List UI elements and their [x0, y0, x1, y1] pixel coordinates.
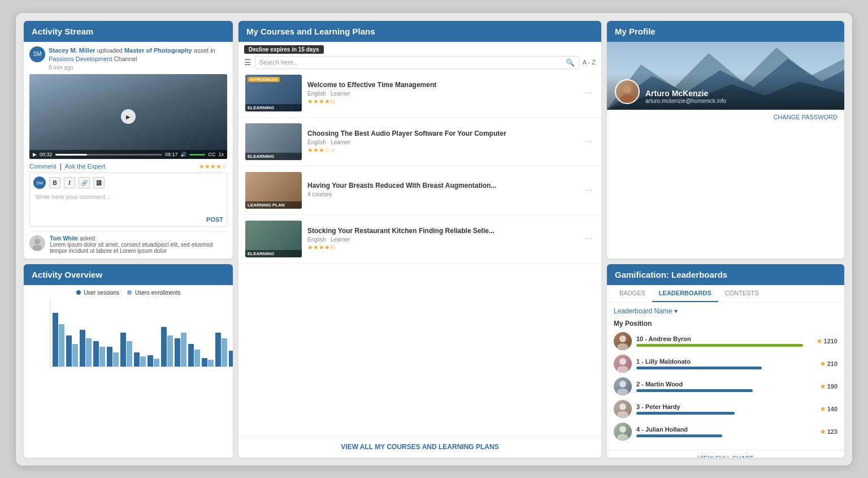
view-full-chart-link[interactable]: VIEW FULL CHART [607, 450, 844, 457]
svg-point-11 [617, 366, 628, 373]
qa-content: Lorem ipsum dolor sit amet, consect etua… [50, 242, 212, 254]
bar-light-10 [194, 350, 200, 367]
bar-light-8 [167, 335, 173, 367]
svg-point-10 [619, 358, 626, 365]
course-type-label-2: LEARNING PLAN [245, 201, 302, 209]
enrollments-dot [127, 290, 132, 295]
course-menu-dots-3[interactable]: ··· [583, 234, 594, 244]
leaderboard-dropdown-label: Leaderboard Name [614, 307, 672, 315]
course-info-2: Having Your Breasts Reduced With Breast … [307, 182, 577, 199]
leaderboard-row-3: 3 - Peter Hardy ★ 140 [614, 400, 837, 418]
comment-editor: SM B I 🔗 🖼 Write here your comment... PO… [29, 173, 227, 227]
activity-stream-panel: Activity Stream SM Stacey M. Miller uplo… [24, 21, 233, 259]
courses-panel: My Courses and Learning Plans Decline ex… [238, 21, 601, 458]
svg-point-13 [617, 389, 628, 395]
gamification-header: Gamification: Leaderboards [607, 264, 844, 285]
course-type-label-0: ELEARNING [245, 104, 302, 111]
bar-light-1 [72, 344, 78, 367]
lb-info-3: 3 - Peter Hardy [636, 403, 815, 415]
leaderboard-row-2: 2 - Martin Wood ★ 190 [614, 377, 837, 395]
post-button[interactable]: POST [33, 216, 223, 223]
bar-dark-11 [202, 358, 207, 367]
volume-icon[interactable]: 🔊 [180, 152, 186, 157]
bar-light-9 [181, 333, 186, 367]
video-progress-bar[interactable] [55, 154, 162, 156]
course-menu-dots-0[interactable]: ··· [583, 88, 594, 98]
total-time: 08:17 [165, 152, 178, 157]
activity-stream-header: Activity Stream [24, 21, 233, 42]
cc-button[interactable]: CC [208, 152, 215, 157]
course-info-0: Welcome to Effective Time Management Eng… [307, 81, 577, 105]
view-all-courses-link[interactable]: VIEW ALL MY COURSES AND LEARNING PLANS [238, 436, 601, 458]
course-thumb-img-2: LEARNING PLAN [245, 172, 302, 209]
tab-contests[interactable]: CONTESTS [718, 285, 766, 302]
filter-icon[interactable]: ☰ [244, 58, 251, 67]
svg-point-14 [619, 403, 626, 410]
profile-name: Arturo McKenzie [645, 89, 726, 98]
comment-link[interactable]: Comment [29, 163, 57, 170]
in-progress-badge-0: IN PROGRESS [248, 77, 280, 82]
course-item-1[interactable]: ELEARNING Choosing The Best Audio Player… [238, 118, 601, 166]
course-item-0[interactable]: IN PROGRESS ELEARNING Welcome to Effecti… [238, 69, 601, 118]
play-button[interactable]: ▶ [121, 109, 136, 124]
course-item-3[interactable]: ELEARNING Stocking Your Restaurant Kitch… [238, 215, 601, 264]
comment-placeholder[interactable]: Write here your comment... [33, 191, 223, 214]
course-menu-dots-1[interactable]: ··· [583, 136, 594, 147]
bar-dark-12 [215, 333, 221, 367]
upload-row: SM Stacey M. Miller uploaded Master of P… [29, 46, 227, 71]
image-button[interactable]: 🖼 [93, 177, 105, 188]
lb-score-value-4: 123 [827, 428, 837, 435]
bar-group-6 [134, 352, 146, 367]
lb-score-4: ★ 123 [820, 428, 837, 436]
ask-expert-link[interactable]: Ask the Expert [65, 163, 106, 170]
course-thumb-1: ELEARNING [245, 123, 302, 160]
volume-bar [189, 154, 205, 156]
profile-overlay: Arturo McKenzie arturo.mckenzie@homenick… [607, 74, 844, 110]
bar-group-9 [175, 333, 186, 367]
change-password-link[interactable]: CHANGE PASSWORD [607, 110, 844, 124]
bar-group-7 [147, 355, 159, 367]
chart-legend: User sessions Users enrollments [29, 290, 227, 296]
course-type-label-3: ELEARNING [245, 250, 302, 257]
leaderboard-position-title: My Position [614, 320, 837, 328]
search-icon[interactable]: 🔍 [566, 58, 575, 67]
profile-title: My Profile [615, 27, 656, 36]
bar-dark-3 [93, 341, 99, 367]
leaderboard-dropdown[interactable]: Leaderboard Name ▾ [614, 307, 678, 315]
video-controls: ▶ 00:32 08:17 🔊 CC 1x [29, 150, 227, 159]
user-avatar: SM [29, 46, 45, 62]
video-image: ▶ [29, 74, 227, 159]
course-type-label-1: ELEARNING [245, 153, 302, 160]
search-input[interactable]: Search here... [259, 59, 563, 66]
bar-dark-1 [66, 335, 72, 367]
course-menu-dots-2[interactable]: ··· [583, 185, 594, 195]
leaderboard-row-1: 1 - Lilly Maldonato ★ 210 [614, 355, 837, 373]
profile-panel: My Profile [607, 21, 844, 259]
svg-point-15 [617, 411, 628, 418]
course-thumb-3: ELEARNING [245, 221, 302, 257]
link-button[interactable]: 🔗 [79, 177, 90, 188]
bar-light-2 [86, 338, 92, 367]
editor-toolbar: SM B I 🔗 🖼 [33, 176, 223, 189]
svg-point-0 [34, 239, 40, 244]
tab-badges[interactable]: BADGES [613, 285, 652, 302]
svg-point-12 [619, 381, 626, 387]
course-item-2[interactable]: LEARNING PLAN Having Your Breasts Reduce… [238, 166, 601, 215]
tab-leaderboards[interactable]: LEADERBOARDS [652, 285, 718, 302]
lb-info-1: 1 - Lilly Maldonato [636, 358, 815, 369]
bar-light-4 [113, 352, 119, 367]
italic-button[interactable]: I [64, 177, 75, 188]
bar-dark-9 [175, 338, 180, 367]
qa-section: Tom White asked: Lorem ipsum dolor sit a… [29, 231, 227, 254]
course-stars-1: ★★★☆☆ [307, 147, 577, 154]
svg-point-7 [620, 94, 634, 103]
lb-star-0: ★ [817, 338, 822, 345]
bar-light-0 [59, 324, 64, 367]
bold-button[interactable]: B [49, 177, 60, 188]
chart-wrapper: 2500 2000 1500 1000 500 [29, 299, 227, 367]
video-thumbnail: ▶ ▶ 00:32 08:17 🔊 CC 1x [29, 74, 227, 159]
play-icon[interactable]: ▶ [33, 152, 37, 157]
sort-label[interactable]: A - Z [583, 59, 596, 66]
course-title-0: Welcome to Effective Time Management [307, 81, 577, 89]
speed-button[interactable]: 1x [218, 152, 224, 157]
